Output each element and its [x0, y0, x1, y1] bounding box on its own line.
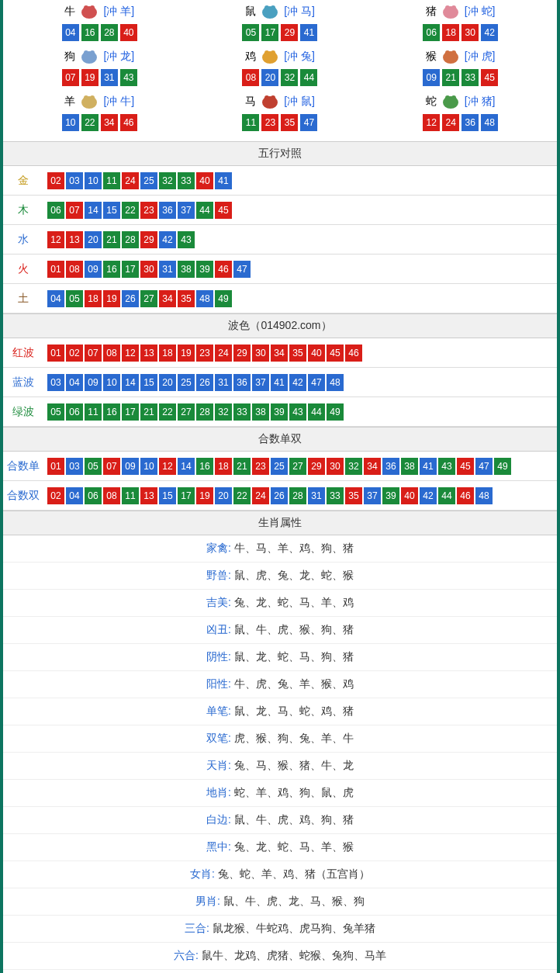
data-row: 合数双0204060811131517192022242628313335373… [3, 481, 557, 511]
attr-label: 三合: [185, 922, 209, 934]
svg-point-3 [262, 6, 278, 19]
number-chip: 10 [103, 374, 120, 391]
number-chip: 42 [420, 487, 437, 504]
heshu-header: 合数单双 [3, 427, 557, 452]
attr-label: 吉美: [206, 596, 231, 608]
number-chip: 16 [103, 261, 120, 278]
attr-label: 男肖: [195, 895, 220, 907]
number-chip: 31 [215, 374, 232, 391]
attr-label: 黑中: [206, 840, 231, 853]
attr-label: 单笔: [206, 705, 231, 717]
attr-value: 鼠、牛、虎、猴、狗、猪 [231, 623, 354, 635]
attr-value: 鼠、虎、兔、龙、蛇、猴 [231, 569, 354, 581]
svg-point-22 [264, 95, 269, 100]
number-chip: 21 [103, 231, 120, 248]
svg-point-12 [262, 51, 278, 64]
row-values: 0102070812131819232429303435404546 [43, 341, 557, 365]
number-chip: 17 [261, 24, 278, 41]
zodiac-numbers: 04162840 [9, 23, 190, 42]
svg-point-20 [90, 95, 95, 100]
number-chip: 25 [178, 374, 195, 391]
attr-label: 白边: [206, 813, 231, 826]
number-chip: 25 [271, 458, 288, 475]
zodiac-clash: [冲 虎] [465, 50, 496, 64]
number-chip: 24 [122, 172, 139, 189]
data-row: 木06071415222336374445 [3, 196, 557, 225]
attr-label: 野兽: [206, 569, 231, 581]
number-chip: 48 [481, 114, 498, 131]
attr-value: 鼠牛、龙鸡、虎猪、蛇猴、兔狗、马羊 [199, 949, 386, 961]
zodiac-icon [440, 48, 461, 65]
number-chip: 35 [289, 345, 306, 362]
number-chip: 16 [81, 24, 99, 41]
number-chip: 12 [122, 345, 139, 362]
zodiac-cell: 蛇[冲 猪]12243648 [370, 90, 551, 135]
number-chip: 21 [233, 458, 251, 475]
number-chip: 18 [442, 24, 459, 41]
attr-value: 鼠、牛、虎、龙、马、猴、狗 [220, 895, 365, 907]
zodiac-name: 鼠 [245, 5, 256, 19]
zodiac-clash: [冲 鼠] [284, 95, 315, 109]
number-chip: 16 [196, 458, 213, 475]
number-chip: 09 [122, 458, 139, 475]
number-chip: 13 [66, 231, 83, 248]
row-values: 0103050709101214161821232527293032343638… [43, 454, 557, 479]
number-chip: 22 [81, 114, 99, 131]
zodiac-numbers: 08203244 [190, 68, 371, 87]
row-label: 合数双 [3, 484, 43, 507]
number-chip: 20 [215, 487, 232, 504]
row-values: 06071415222336374445 [43, 198, 557, 223]
zodiac-numbers: 06183042 [370, 23, 551, 42]
attr-label: 六合: [174, 949, 199, 961]
svg-point-9 [81, 51, 97, 64]
number-chip: 30 [327, 458, 344, 475]
number-chip: 24 [442, 114, 459, 131]
number-chip: 10 [140, 458, 157, 475]
number-chip: 10 [62, 114, 79, 131]
number-chip: 20 [261, 69, 278, 86]
number-chip: 33 [327, 487, 344, 504]
svg-point-18 [81, 96, 97, 109]
number-chip: 44 [308, 403, 325, 421]
number-chip: 28 [122, 231, 139, 248]
number-chip: 12 [159, 458, 176, 475]
number-chip: 42 [159, 231, 176, 248]
svg-point-25 [445, 95, 450, 100]
number-chip: 39 [196, 261, 213, 278]
attr-value: 兔、马、猴、猪、牛、龙 [231, 759, 354, 771]
number-chip: 49 [494, 458, 511, 475]
data-row: 蓝波03040910141520252631363741424748 [3, 368, 557, 397]
number-chip: 01 [47, 458, 64, 475]
number-chip: 05 [47, 403, 64, 421]
number-chip: 12 [423, 114, 440, 131]
row-values: 04051819262734354849 [43, 286, 557, 311]
number-chip: 11 [85, 403, 102, 421]
number-chip: 01 [47, 345, 64, 362]
svg-point-21 [262, 96, 278, 109]
attr-value: 兔、龙、蛇、马、羊、鸡 [231, 596, 354, 608]
attr-value: 鼠、龙、马、蛇、鸡、猪 [231, 705, 354, 717]
svg-point-17 [451, 50, 456, 55]
number-chip: 48 [327, 374, 344, 391]
zodiac-icon [440, 3, 461, 20]
svg-point-24 [443, 96, 458, 109]
attr-value: 鼠、牛、虎、鸡、狗、猪 [231, 813, 354, 826]
number-chip: 23 [261, 114, 278, 131]
number-chip: 10 [85, 172, 102, 189]
zodiac-name: 鸡 [245, 50, 256, 64]
data-row: 水1213202128294243 [3, 225, 557, 255]
number-chip: 38 [401, 458, 418, 475]
number-chip: 05 [85, 458, 102, 475]
number-chip: 20 [85, 231, 102, 248]
attr-label: 凶丑: [206, 623, 231, 635]
row-values: 05061116172122272832333839434449 [43, 400, 557, 424]
number-chip: 35 [281, 114, 298, 131]
number-chip: 19 [103, 290, 120, 307]
number-chip: 41 [215, 172, 232, 189]
number-chip: 08 [242, 69, 259, 86]
attr-value: 兔、蛇、羊、鸡、猪（五宫肖） [215, 867, 370, 880]
number-chip: 22 [159, 403, 176, 421]
number-chip: 35 [178, 290, 195, 307]
row-values: 03040910141520252631363741424748 [43, 370, 557, 395]
number-chip: 15 [159, 487, 176, 504]
